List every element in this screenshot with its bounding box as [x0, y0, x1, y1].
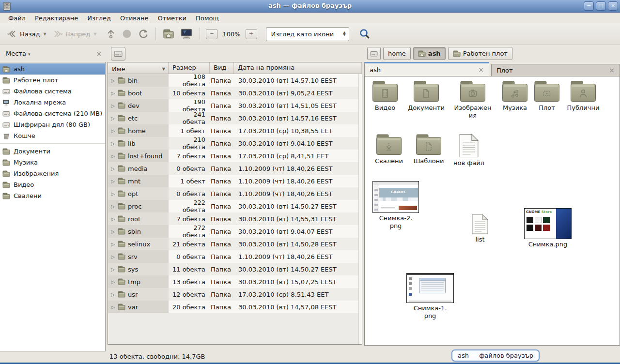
- minimize-button[interactable]: −: [584, 1, 594, 11]
- breadcrumb-ash-button[interactable]: ash: [413, 47, 446, 60]
- column-header-name[interactable]: Име▼: [108, 62, 169, 74]
- taskbar-window-button[interactable]: ash — файлов браузър: [451, 349, 540, 362]
- tree-scrollbar[interactable]: [358, 74, 362, 344]
- table-row[interactable]: ▷ root ? обекта Папка 30.03.2010 (вт) 14…: [108, 212, 358, 225]
- icon-item-snimka[interactable]: GNOME Store Снимка.png: [521, 208, 575, 248]
- sidebar-item-ash[interactable]: ash: [0, 63, 105, 75]
- icon-item-desktop[interactable]: Плот: [529, 80, 564, 112]
- expander-icon[interactable]: ▷: [110, 153, 115, 159]
- sidebar-close-icon[interactable]: ×: [96, 50, 102, 58]
- sidebar-item-downloads[interactable]: Свалени: [0, 190, 105, 201]
- column-header-date[interactable]: Дата на промяна: [234, 62, 362, 74]
- tab-close-icon[interactable]: ×: [609, 66, 615, 74]
- menu-item[interactable]: Отиване: [116, 14, 153, 23]
- table-row[interactable]: ▷ tmp 13 обекта Папка 30.03.2010 (вт) 15…: [108, 275, 358, 288]
- expander-icon[interactable]: ▷: [110, 242, 115, 247]
- icon-item-snimka1[interactable]: Снимка-1. png: [403, 273, 457, 319]
- sidebar-pane-select[interactable]: Места ▾: [6, 50, 31, 57]
- table-row[interactable]: ▷ sbin 272 обекта Папка 30.03.2010 (вт) …: [108, 225, 358, 238]
- menu-item[interactable]: Файл: [4, 14, 31, 23]
- menu-item[interactable]: Отметки: [153, 14, 191, 23]
- icon-item-snimka2[interactable]: GUADEC Снимка-2. png: [371, 181, 421, 229]
- table-row[interactable]: ▷ lost+found ? обекта Папка 17.03.2010 (…: [108, 150, 358, 162]
- search-button[interactable]: [356, 26, 373, 42]
- home-button[interactable]: [160, 27, 177, 41]
- expander-icon[interactable]: ▷: [110, 279, 115, 285]
- expander-icon[interactable]: ▷: [110, 191, 115, 197]
- table-row[interactable]: ▷ bin 108 обекта Папка 30.03.2010 (вт) 1…: [108, 74, 358, 87]
- expander-icon[interactable]: ▷: [110, 166, 115, 171]
- icon-item-templates[interactable]: Шаблони: [409, 134, 448, 165]
- icon-item-new-file[interactable]: нов файл: [450, 134, 488, 167]
- up-button[interactable]: [103, 27, 119, 41]
- table-row[interactable]: ▷ var 20 обекта Папка 30.03.2010 (вт) 14…: [108, 301, 358, 313]
- tab-plot[interactable]: Плот ×: [491, 64, 620, 76]
- table-row[interactable]: ▷ etc 241 обекта Папка 30.03.2010 (вт) 1…: [108, 112, 358, 124]
- sidebar-item-documents[interactable]: Документи: [0, 146, 105, 157]
- table-row[interactable]: ▷ proc 222 обекта Папка 30.03.2010 (вт) …: [108, 200, 358, 212]
- expander-icon[interactable]: ▷: [110, 204, 115, 209]
- expander-icon[interactable]: ▷: [110, 229, 115, 234]
- icon-item-public[interactable]: Публични: [562, 80, 604, 112]
- sidebar-item-filesystem-210mb[interactable]: Файлова система (210 MB): [0, 108, 105, 119]
- table-row[interactable]: ▷ mnt 1 обект Папка 1.10.2009 (чт) 18,40…: [108, 175, 358, 187]
- reload-button[interactable]: [135, 27, 152, 41]
- sidebar-item-trash[interactable]: Кошче: [0, 130, 105, 141]
- sidebar-item-encrypted-80gb[interactable]: Шифриран дял (80 GB): [0, 119, 105, 130]
- expander-icon[interactable]: ▷: [110, 103, 115, 108]
- close-button[interactable]: ×: [608, 1, 618, 11]
- computer-button[interactable]: [177, 26, 196, 42]
- sidebar-item-videos[interactable]: Видео: [0, 179, 105, 190]
- back-button[interactable]: Назад ▼: [4, 27, 49, 41]
- view-mode-select[interactable]: Изглед като икони ▲▼: [266, 27, 349, 41]
- table-row[interactable]: ▷ lib 210 обекта Папка 30.03.2010 (вт) 9…: [108, 137, 358, 150]
- expander-icon[interactable]: ▷: [110, 292, 115, 297]
- menu-item[interactable]: Помощ: [191, 14, 224, 23]
- table-row[interactable]: ▷ sys 11 обекта Папка 30.03.2010 (вт) 14…: [108, 263, 358, 275]
- expander-icon[interactable]: ▷: [110, 179, 115, 184]
- icon-item-music[interactable]: Музика: [496, 80, 534, 112]
- expander-icon[interactable]: ▷: [110, 128, 115, 134]
- zoom-in-button[interactable]: +: [246, 29, 257, 39]
- table-row[interactable]: ▷ home 1 обект Папка 17.03.2010 (ср) 10,…: [108, 124, 358, 137]
- forward-button[interactable]: Напред ▼: [49, 27, 100, 41]
- icon-item-list[interactable]: list: [465, 214, 496, 243]
- table-row[interactable]: ▷ opt 0 обекта Папка 1.10.2009 (чт) 18,4…: [108, 187, 358, 200]
- column-header-type[interactable]: Вид: [210, 62, 234, 74]
- table-row[interactable]: ▷ selinux 21 обекта Папка 30.03.2010 (вт…: [108, 238, 358, 250]
- expander-icon[interactable]: ▷: [110, 267, 115, 272]
- table-row[interactable]: ▷ srv 0 обекта Папка 1.10.2009 (чт) 18,4…: [108, 250, 358, 263]
- tab-ash[interactable]: ash ×: [364, 62, 489, 76]
- expander-icon[interactable]: ▷: [110, 216, 115, 222]
- icon-item-downloads[interactable]: Свалени: [369, 134, 409, 165]
- table-row[interactable]: ▷ boot 10 обекта Папка 30.03.2010 (вт) 9…: [108, 87, 358, 99]
- icon-item-videos[interactable]: Видео: [366, 80, 404, 112]
- sidebar-item-filesystem[interactable]: Файлова система: [0, 86, 105, 97]
- expander-icon[interactable]: ▷: [110, 304, 115, 310]
- table-row[interactable]: ▷ media 0 обекта Папка 1.10.2009 (чт) 18…: [108, 162, 358, 175]
- expander-icon[interactable]: ▷: [110, 91, 115, 96]
- icon-item-documents[interactable]: Документи: [405, 80, 447, 112]
- sidebar-item-network[interactable]: Локална мрежа: [0, 97, 105, 108]
- sidebar-item-pictures[interactable]: Изображения: [0, 168, 105, 179]
- zoom-out-button[interactable]: −: [206, 29, 217, 39]
- icon-item-pictures[interactable]: Изображен ия: [450, 80, 496, 119]
- filesystem-root-button[interactable]: [111, 47, 125, 61]
- stop-button[interactable]: [119, 27, 135, 41]
- sidebar-item-music[interactable]: Музика: [0, 157, 105, 168]
- icon-view[interactable]: Видео Документи: [364, 76, 620, 346]
- tab-close-icon[interactable]: ×: [478, 66, 484, 74]
- table-row[interactable]: ▷ usr 12 обекта Папка 17.03.2010 (ср) 8,…: [108, 288, 358, 301]
- expander-icon[interactable]: ▷: [110, 254, 115, 259]
- breadcrumb-desktop-button[interactable]: Работен плот: [448, 47, 512, 60]
- menu-item[interactable]: Редактиране: [31, 14, 83, 23]
- spinner-arrows-icon[interactable]: ▲▼: [340, 30, 345, 38]
- expander-icon[interactable]: ▷: [110, 141, 115, 146]
- expander-icon[interactable]: ▷: [110, 116, 115, 121]
- menu-item[interactable]: Изглед: [83, 14, 116, 23]
- expander-icon[interactable]: ▷: [110, 78, 115, 83]
- breadcrumb-root-button[interactable]: [367, 47, 381, 60]
- titlebar[interactable]: ash — файлов браузър − □ ×: [0, 0, 620, 13]
- column-header-size[interactable]: Размер: [169, 62, 210, 74]
- table-row[interactable]: ▷ dev 190 обекта Папка 30.03.2010 (вт) 1…: [108, 99, 358, 112]
